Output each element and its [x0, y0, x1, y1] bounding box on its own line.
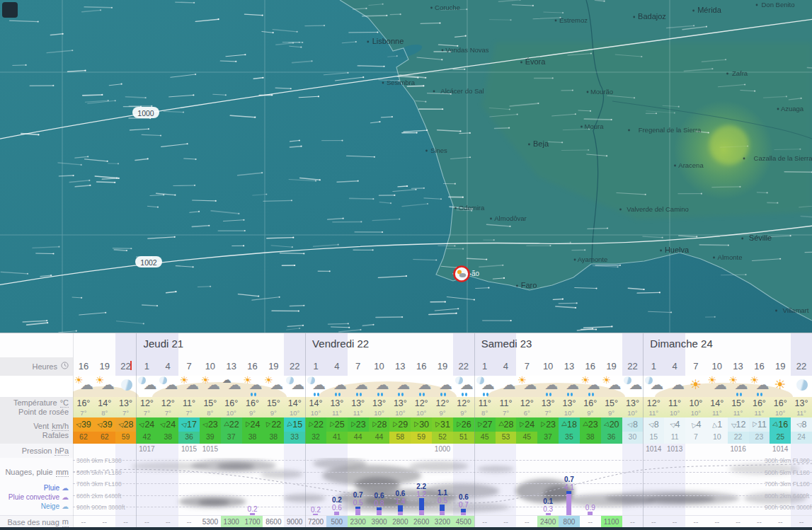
altitude-label-left: 300h 9km FL300	[76, 458, 122, 464]
city-label: Fregenal de la Sierra	[628, 126, 702, 134]
wind-cell: ▷3059	[411, 417, 432, 444]
weather-icon-rain: ☁	[433, 376, 452, 396]
hour-cell[interactable]: 19	[94, 357, 115, 376]
hour-cell[interactable]: 22	[453, 357, 474, 376]
hour-cell[interactable]: 1	[474, 357, 496, 376]
weather-cell[interactable]: ☁	[389, 376, 411, 397]
weather-cell[interactable]: ☁	[432, 376, 453, 397]
weather-cell[interactable]	[791, 376, 812, 397]
weather-cell[interactable]: ☁	[369, 376, 390, 397]
weather-cell[interactable]: ☀☁	[749, 376, 770, 397]
weather-cell[interactable]: ☀	[770, 376, 791, 397]
hour-cell[interactable]: 16	[580, 357, 601, 376]
hour-cell[interactable]: 7	[685, 357, 707, 376]
hour-cell[interactable]: 19	[432, 357, 453, 376]
weather-cell[interactable]: ☁	[643, 376, 664, 397]
hour-cell[interactable]: 1	[643, 357, 664, 376]
hour-cell[interactable]: 7	[516, 357, 537, 376]
weather-cell[interactable]: ☁☁	[221, 376, 242, 397]
hour-cell[interactable]: 16	[73, 357, 94, 376]
hour-cell[interactable]: 10	[369, 357, 390, 376]
rain-amount-purple: 1.4	[395, 497, 405, 505]
hour-cell[interactable]: 10	[537, 357, 559, 376]
cloud-base-cell: --	[643, 516, 664, 527]
weather-cell[interactable]: ☀☁	[178, 376, 200, 397]
cloud-base-cell: 800	[559, 516, 580, 527]
hour-cell[interactable]: 22	[284, 357, 305, 376]
cloud-base-cell: 2400	[537, 516, 559, 527]
hour-cell[interactable]: 4	[496, 357, 517, 376]
pressure-cell	[115, 444, 137, 458]
wind-map[interactable]: 10001002 CorucheLisbonneSesimbraVendas N…	[0, 0, 812, 333]
wind-cell: ▷1222	[728, 417, 749, 444]
hour-cell[interactable]: 4	[326, 357, 348, 376]
weather-cell[interactable]: ☀☁	[580, 376, 601, 397]
weather-cell[interactable]: ☁	[326, 376, 348, 397]
weather-cell[interactable]	[115, 376, 137, 397]
hour-cell[interactable]: 10	[200, 357, 221, 376]
hour-cell[interactable]: 10	[707, 357, 728, 376]
hour-cell[interactable]: 19	[601, 357, 622, 376]
weather-cell[interactable]: ☁	[136, 376, 157, 397]
hour-cell[interactable]: 1	[136, 357, 157, 376]
hour-cell[interactable]: 16	[411, 357, 432, 376]
hour-cell[interactable]: 1	[305, 357, 326, 376]
altitude-gridline	[73, 460, 812, 461]
altitude-label-left: 500h 5km FL180	[76, 469, 122, 476]
weather-cell[interactable]: ☀☁	[200, 376, 221, 397]
weather-cell[interactable]: ☁	[157, 376, 178, 397]
weather-cell[interactable]: ☀☁	[263, 376, 284, 397]
weather-cell[interactable]: ☀☁	[516, 376, 537, 397]
weather-cell[interactable]: ☁	[559, 376, 580, 397]
hour-cell[interactable]: 7	[178, 357, 200, 376]
weather-cell[interactable]: ☁	[453, 376, 474, 397]
hour-cell[interactable]: 13	[728, 357, 749, 376]
hour-cell[interactable]: 22	[791, 357, 812, 376]
weather-cell[interactable]: ☁	[411, 376, 432, 397]
rain-data: 0.10.3	[543, 497, 553, 515]
city-label: Almonte	[713, 253, 742, 261]
weather-cell[interactable]: ☀☁	[242, 376, 263, 397]
hour-cell[interactable]: 13	[559, 357, 580, 376]
weather-cell[interactable]: ☁	[537, 376, 559, 397]
gust-value: 52	[432, 432, 453, 442]
hour-cell[interactable]: 4	[157, 357, 178, 376]
hour-cell[interactable]: 4	[664, 357, 685, 376]
hour-cell[interactable]: 16	[749, 357, 770, 376]
hour-cell[interactable]: 19	[263, 357, 284, 376]
weather-cell[interactable]: ☁	[474, 376, 496, 397]
weather-cell[interactable]: ☁	[305, 376, 326, 397]
temp-value: 12°	[453, 397, 474, 409]
wind-direction-arrow: ▷	[324, 420, 339, 431]
dewpoint-value: 11°	[643, 409, 664, 417]
hour-cell[interactable]: 16	[242, 357, 263, 376]
weather-cell[interactable]: ☀	[685, 376, 707, 397]
wind-cell: ▷2438	[242, 417, 263, 444]
dewpoint-value: 10°	[284, 409, 305, 417]
weather-cell[interactable]: ☁	[284, 376, 305, 397]
hour-cell[interactable]: 22	[622, 357, 644, 376]
svg-text:Villamart: Villamart	[783, 306, 809, 314]
weather-cell[interactable]: ☀☁	[601, 376, 622, 397]
hour-cell[interactable]: 13	[389, 357, 411, 376]
hour-cell[interactable]: 19	[770, 357, 791, 376]
cloud-base-value: --	[73, 516, 94, 527]
hour-cell[interactable]: 22	[115, 357, 137, 376]
rain-bar	[355, 507, 360, 515]
dewpoint-value: 10°	[305, 409, 326, 417]
weather-cell[interactable]: ☀☁	[94, 376, 115, 397]
weather-cell[interactable]: ☁	[496, 376, 517, 397]
weather-cell[interactable]: ☁	[622, 376, 644, 397]
gust-value: 11	[664, 432, 685, 442]
weather-cell[interactable]: ☁	[664, 376, 685, 397]
weather-cell[interactable]: ☁	[348, 376, 369, 397]
map-logo[interactable]	[2, 2, 18, 18]
weather-cell[interactable]: ☀☁	[728, 376, 749, 397]
weather-cell[interactable]: ☀☁	[73, 376, 94, 397]
hour-cell[interactable]: 13	[221, 357, 242, 376]
weather-cell[interactable]: ☀☁	[707, 376, 728, 397]
wind-value: ▷23	[537, 417, 559, 432]
cloud-base-value: --	[157, 516, 178, 527]
hour-cell[interactable]: 7	[348, 357, 369, 376]
gust-value: 38	[263, 432, 284, 442]
